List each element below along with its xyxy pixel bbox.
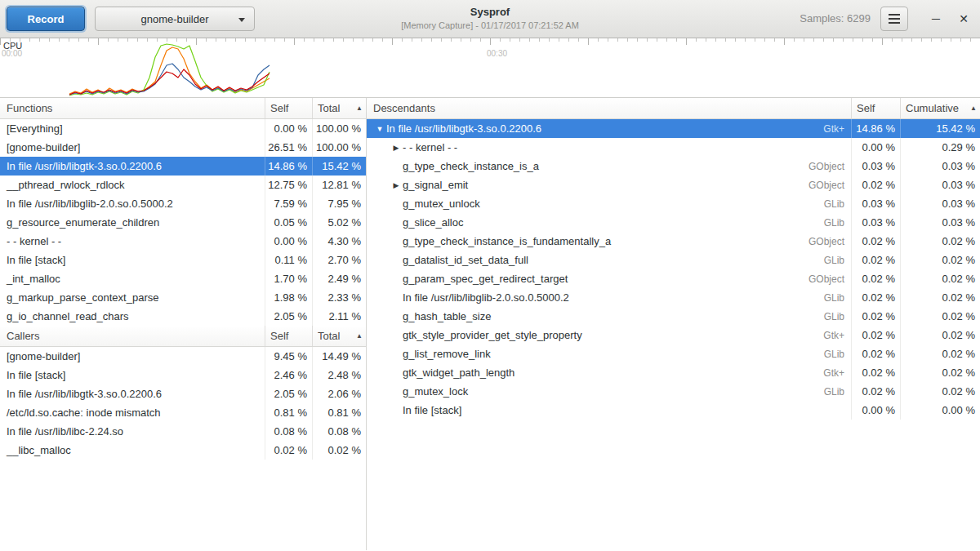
descendant-row[interactable]: g_datalist_id_set_data_fullGLib0.02 %0.0… — [367, 251, 980, 269]
descendant-self: 0.02 % — [851, 344, 900, 363]
caller-row-name: [gnome-builder] — [0, 347, 265, 366]
descendant-name-cell: g_datalist_id_set_data_fullGLib — [367, 251, 851, 269]
function-row-total: 12.81 % — [312, 176, 366, 194]
descendant-cumulative: 0.02 % — [900, 326, 980, 344]
process-selector-dropdown[interactable]: gnome-builder — [95, 7, 255, 31]
descendant-self: 0.02 % — [851, 232, 900, 251]
process-selector-value: gnome-builder — [140, 13, 208, 25]
function-row[interactable]: g_markup_parse_context_parse1.98 %2.33 % — [0, 288, 366, 307]
descendant-row[interactable]: ▶- - kernel - -0.00 %0.29 % — [367, 138, 980, 157]
function-row-total: 15.42 % — [312, 157, 366, 176]
descendant-row[interactable]: ▶g_signal_emitGObject0.02 %0.03 % — [367, 176, 980, 194]
function-row[interactable]: _int_malloc1.70 %2.49 % — [0, 269, 366, 288]
descendant-row[interactable]: g_mutex_unlockGLib0.03 %0.03 % — [367, 194, 980, 213]
callers-column-header[interactable]: Callers — [0, 330, 265, 342]
caller-row-self: 9.45 % — [265, 347, 312, 366]
function-row-name: In file [stack] — [0, 251, 265, 269]
descendant-row[interactable]: g_list_remove_linkGLib0.02 %0.02 % — [367, 344, 980, 363]
function-row[interactable]: [gnome-builder]26.51 %100.00 % — [0, 138, 366, 157]
descendant-row[interactable]: g_type_check_instance_is_fundamentally_a… — [367, 232, 980, 251]
descendant-cumulative: 0.29 % — [900, 138, 980, 157]
functions-self-column-header[interactable]: Self — [265, 98, 312, 118]
function-row-self: 12.75 % — [265, 176, 312, 194]
descendant-name-cell: In file /usr/lib/libglib-2.0.so.0.5000.2… — [367, 288, 851, 307]
chevron-down-icon — [238, 18, 245, 22]
descendant-row[interactable]: g_type_check_instance_is_aGObject0.03 %0… — [367, 157, 980, 176]
function-row[interactable]: g_resource_enumerate_children0.05 %5.02 … — [0, 213, 366, 232]
caller-row-self: 0.02 % — [265, 441, 312, 460]
close-button[interactable]: ✕ — [954, 10, 973, 28]
function-row-name: - - kernel - - — [0, 232, 265, 251]
minimize-button[interactable]: ─ — [926, 10, 946, 28]
expander-closed-icon[interactable]: ▶ — [390, 144, 403, 152]
function-row-self: 7.59 % — [265, 194, 312, 213]
functions-header-row: Functions Self Total ▲ — [0, 98, 366, 119]
caller-row-total: 0.02 % — [312, 441, 366, 460]
function-row[interactable]: [Everything]0.00 %100.00 % — [0, 119, 366, 138]
descendant-self: 0.02 % — [851, 326, 900, 344]
descendant-row[interactable]: g_slice_allocGLib0.03 %0.03 % — [367, 213, 980, 232]
functions-total-column-header[interactable]: Total ▲ — [312, 98, 366, 118]
caller-row[interactable]: [gnome-builder]9.45 %14.49 % — [0, 347, 366, 366]
descendant-name: gtk_style_provider_get_style_property — [403, 329, 582, 341]
samples-count: Samples: 6299 — [800, 12, 871, 24]
descendant-name: g_list_remove_link — [403, 348, 491, 360]
function-row-name: __pthread_rwlock_rdlock — [0, 176, 265, 194]
descendants-cumulative-column-header[interactable]: Cumulative ▲ — [900, 98, 980, 118]
function-row[interactable]: In file [stack]0.11 %2.70 % — [0, 251, 366, 269]
caller-row-total: 0.08 % — [312, 422, 366, 441]
descendant-row[interactable]: In file [stack]0.00 %0.00 % — [367, 401, 980, 420]
function-row-self: 14.86 % — [265, 157, 312, 176]
library-tag: GLib — [824, 349, 851, 360]
descendants-column-header[interactable]: Descendants — [367, 102, 851, 114]
descendant-row[interactable]: In file /usr/lib/libglib-2.0.so.0.5000.2… — [367, 288, 980, 307]
descendant-name-cell: g_type_check_instance_is_fundamentally_a… — [367, 232, 851, 251]
caller-row[interactable]: In file /usr/lib/libc-2.24.so0.08 %0.08 … — [0, 422, 366, 441]
descendant-name: g_type_check_instance_is_fundamentally_a — [403, 235, 611, 247]
descendant-row[interactable]: g_param_spec_get_redirect_targetGObject0… — [367, 269, 980, 288]
caller-row[interactable]: __libc_malloc0.02 %0.02 % — [0, 441, 366, 460]
library-tag: GLib — [824, 217, 851, 229]
hamburger-icon — [889, 18, 900, 20]
function-row-name: _int_malloc — [0, 269, 265, 288]
descendant-row[interactable]: g_hash_table_sizeGLib0.02 %0.02 % — [367, 307, 980, 326]
record-button[interactable]: Record — [7, 7, 85, 31]
menu-button[interactable] — [880, 7, 908, 31]
library-tag: GLib — [824, 386, 851, 398]
function-row-name: g_io_channel_read_chars — [0, 307, 265, 326]
descendant-row[interactable]: ▼In file /usr/lib/libgtk-3.so.0.2200.6Gt… — [367, 119, 980, 138]
descendant-name-cell: gtk_style_provider_get_style_propertyGtk… — [367, 326, 851, 344]
function-row[interactable]: g_io_channel_read_chars2.05 %2.11 % — [0, 307, 366, 326]
caller-row[interactable]: In file [stack]2.46 %2.48 % — [0, 366, 366, 384]
timeline-start-label: 00:00 — [2, 49, 22, 58]
right-pane: Descendants Self Cumulative ▲ ▼In file /… — [367, 98, 980, 550]
descendant-self: 0.03 % — [851, 194, 900, 213]
caller-row[interactable]: /etc/ld.so.cache: inode mismatch0.81 %0.… — [0, 403, 366, 422]
descendant-self: 14.86 % — [851, 119, 900, 138]
descendant-row[interactable]: gtk_style_provider_get_style_propertyGtk… — [367, 326, 980, 344]
minimize-icon: ─ — [932, 12, 940, 25]
function-row[interactable]: __pthread_rwlock_rdlock12.75 %12.81 % — [0, 176, 366, 194]
expander-closed-icon[interactable]: ▶ — [390, 181, 403, 189]
caller-row-self: 2.05 % — [265, 384, 312, 403]
left-pane: Functions Self Total ▲ [Everything]0.00 … — [0, 98, 367, 550]
library-tag: GLib — [824, 292, 851, 304]
descendant-row[interactable]: g_mutex_lockGLib0.02 %0.02 % — [367, 382, 980, 401]
cpu-usage-graph[interactable]: CPU 00:00 00:30 — [0, 38, 980, 98]
functions-column-header[interactable]: Functions — [0, 102, 265, 114]
descendant-row[interactable]: gtk_widget_path_lengthGtk+0.02 %0.02 % — [367, 363, 980, 382]
function-row[interactable]: In file /usr/lib/libglib-2.0.so.0.5000.2… — [0, 194, 366, 213]
callers-total-column-header[interactable]: Total ▲ — [312, 326, 366, 346]
profile-panes: Functions Self Total ▲ [Everything]0.00 … — [0, 98, 980, 550]
descendants-self-column-header[interactable]: Self — [851, 98, 900, 118]
function-row[interactable]: In file /usr/lib/libgtk-3.so.0.2200.614.… — [0, 157, 366, 176]
descendant-self: 0.03 % — [851, 213, 900, 232]
caller-row[interactable]: In file /usr/lib/libgtk-3.so.0.2200.62.0… — [0, 384, 366, 403]
caller-row-total: 2.48 % — [312, 366, 366, 384]
descendant-name-cell: g_slice_allocGLib — [367, 213, 851, 232]
callers-self-column-header[interactable]: Self — [265, 326, 312, 346]
function-row-total: 2.70 % — [312, 251, 366, 269]
function-row[interactable]: - - kernel - -0.00 %4.30 % — [0, 232, 366, 251]
cpu-series-cpu-1 — [69, 44, 270, 96]
expander-open-icon[interactable]: ▼ — [373, 125, 386, 133]
